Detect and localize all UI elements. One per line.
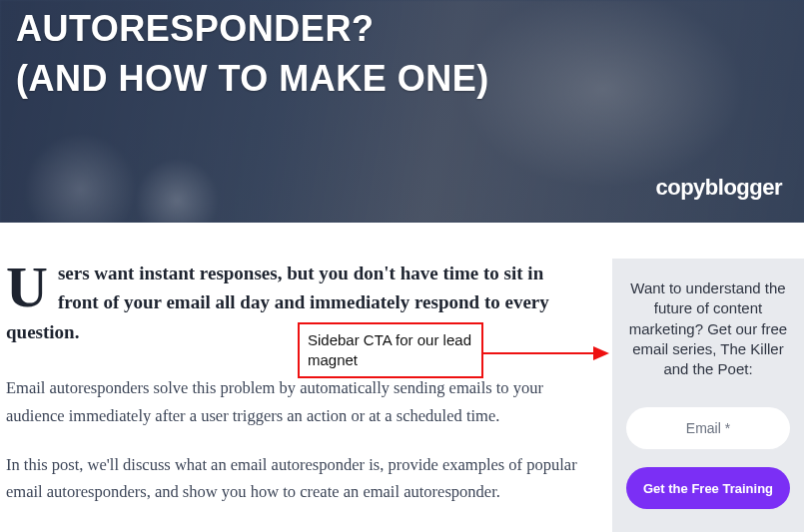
- sidebar-cta: Want to understand the future of content…: [612, 259, 804, 532]
- sidebar-heading: Want to understand the future of content…: [626, 278, 790, 379]
- get-training-button[interactable]: Get the Free Training: [626, 467, 790, 509]
- brand-logo: copyblogger: [655, 175, 782, 201]
- article-body: U sers want instant responses, but you d…: [0, 259, 612, 532]
- hero-banner: AUTORESPONDER? (AND HOW TO MAKE ONE) cop…: [0, 0, 804, 223]
- paragraph-1: Email autoresponders solve this problem …: [6, 374, 588, 428]
- paragraph-2: In this post, we'll discuss what an emai…: [6, 451, 588, 505]
- dropcap: U: [6, 259, 58, 311]
- annotation-label: Sidebar CTA for our lead magnet: [298, 322, 483, 378]
- page-title: AUTORESPONDER? (AND HOW TO MAKE ONE): [0, 0, 804, 105]
- email-field[interactable]: [626, 407, 790, 449]
